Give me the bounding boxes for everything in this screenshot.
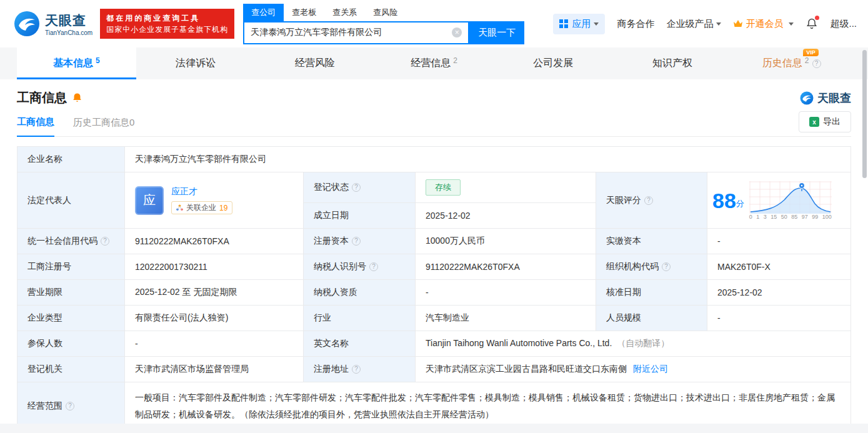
excel-icon (809, 117, 819, 127)
tab-company-development[interactable]: 公司发展 (494, 47, 613, 79)
vip-badge: VIP (803, 49, 819, 56)
user-name[interactable]: 超级... (830, 18, 857, 30)
value-registered-address: 天津市武清区京滨工业园古昌路和民旺道交口东南侧附近公司 (416, 357, 851, 382)
search-tab-company[interactable]: 查公司 (243, 4, 284, 21)
subtab-history-business-registration[interactable]: 历史工商信息0 (73, 117, 134, 136)
label-tianyan-score-text: 天眼评分 (606, 195, 641, 205)
search-button[interactable]: 天眼一下 (469, 21, 524, 44)
label-taxpayer-id: 纳税人识别号 (304, 254, 416, 280)
legal-rep-avatar[interactable]: 应 (135, 186, 164, 215)
tab-business-info-label: 经营信息 (411, 57, 451, 70)
top-header: 天眼查 TianYanCha.com 都在用的商业查询工具 国家中小企业发展子基… (0, 0, 868, 47)
label-registration-status-text: 登记状态 (314, 182, 349, 192)
logo-subtitle: TianYanCha.com (45, 29, 92, 36)
value-tianyan-score: 88 分 (707, 172, 851, 229)
top-nav: 应用 商务合作 企业级产品 开通会员 超级... (553, 14, 857, 34)
tab-legal-proceedings[interactable]: 法律诉讼 (136, 47, 256, 79)
label-approval-date: 核准日期 (596, 280, 707, 306)
row-legal-rep: 法定代表人 应 应正才 关联企业 19 (17, 172, 851, 203)
value-paid-capital: - (707, 229, 851, 254)
search-input[interactable] (251, 27, 452, 37)
score-unit: 分 (736, 198, 744, 211)
watermark-logo: 天眼查 (800, 91, 851, 106)
value-business-term: 2025-12-02 至 无固定期限 (125, 280, 304, 306)
registered-address-text: 天津市武清区京滨工业园古昌路和民旺道交口东南侧 (426, 364, 627, 374)
nav-open-vip[interactable]: 开通会员 (733, 18, 794, 30)
help-icon[interactable] (662, 262, 671, 271)
help-icon[interactable] (66, 402, 74, 411)
search-tab-relation[interactable]: 查关系 (324, 4, 365, 21)
label-registration-number: 工商注册号 (17, 254, 125, 280)
apps-menu-button[interactable]: 应用 (553, 14, 605, 34)
help-icon[interactable] (812, 59, 821, 68)
tab-operational-risk-label: 经营风险 (295, 57, 335, 70)
subtab-business-registration[interactable]: 工商信息 (17, 116, 54, 137)
help-icon[interactable] (369, 262, 378, 271)
apps-grid-icon (559, 19, 568, 28)
subtab-row: 工商信息 历史工商信息0 导出 (17, 116, 851, 137)
label-industry: 行业 (304, 306, 416, 331)
label-taxpayer-id-text: 纳税人识别号 (314, 261, 366, 271)
row-business-scope: 经营范围 一般项目：汽车零部件及配件制造；汽车零部件研发；汽车零配件批发；汽车零… (17, 382, 851, 424)
value-english-name: Tianjin Taihong Wanli Automotive Parts C… (416, 331, 851, 357)
label-business-scope: 经营范围 (17, 382, 125, 424)
help-icon[interactable] (352, 183, 361, 192)
value-industry: 汽车制造业 (416, 306, 596, 331)
label-registered-capital-text: 注册资本 (314, 236, 349, 246)
nav-enterprise-products[interactable]: 企业级产品 (666, 18, 721, 30)
label-company-name: 企业名称 (17, 147, 125, 172)
help-icon[interactable] (352, 365, 361, 374)
slogan-line2: 国家中小企业发展子基金旗下机构 (106, 24, 228, 35)
label-tianyan-score: 天眼评分 (596, 172, 707, 229)
help-icon[interactable] (644, 196, 653, 205)
nearby-companies-link[interactable]: 附近公司 (633, 364, 668, 374)
help-icon[interactable] (352, 237, 361, 246)
tab-basic-info[interactable]: 基本信息 5 (17, 47, 136, 79)
value-registration-authority: 天津市武清区市场监督管理局 (125, 357, 304, 382)
slogan-line1: 都在用的商业查询工具 (106, 12, 228, 24)
label-registered-capital: 注册资本 (304, 229, 416, 254)
notification-red-dot (815, 16, 819, 20)
search-tab-risk[interactable]: 查风险 (365, 4, 406, 21)
page: 天眼查 TianYanCha.com 都在用的商业查询工具 国家中小企业发展子基… (0, 0, 868, 433)
export-button[interactable]: 导出 (799, 111, 851, 132)
auto-translate-note: （自动翻译） (617, 338, 669, 348)
tab-basic-info-count: 5 (96, 56, 100, 65)
label-org-code: 组织机构代码 (596, 254, 707, 280)
clear-search-icon[interactable] (452, 27, 462, 37)
notification-bell-button[interactable] (806, 17, 818, 30)
tab-business-info[interactable]: 经营信息 2 (374, 47, 494, 79)
section-title: 工商信息 (17, 89, 67, 106)
logo-title: 天眼查 (45, 12, 92, 29)
monitor-bell-icon[interactable] (72, 92, 82, 103)
label-registered-address: 注册地址 (304, 357, 416, 382)
value-business-scope: 一般项目：汽车零部件及配件制造；汽车零部件研发；汽车零配件批发；汽车零配件零售；… (125, 382, 851, 424)
value-company-name: 天津泰鸿万立汽车零部件有限公司 (125, 147, 851, 172)
related-companies-label: 关联企业 (186, 202, 216, 213)
tab-operational-risk[interactable]: 经营风险 (255, 47, 374, 79)
section-head: 工商信息 天眼查 (17, 89, 851, 106)
nav-business-coop[interactable]: 商务合作 (617, 18, 654, 30)
chevron-down-icon (594, 22, 599, 26)
legal-rep-name-link[interactable]: 应正才 (171, 186, 232, 197)
row-insured-count: 参保人数 - 英文名称 Tianjin Taihong Wanli Automo… (17, 331, 851, 357)
search-box (243, 21, 469, 44)
tab-history-info[interactable]: 历史信息 VIP 2 (732, 47, 851, 79)
related-companies-badge[interactable]: 关联企业 19 (171, 201, 232, 214)
score-chart: 0131550859799100 (749, 181, 832, 220)
export-button-label: 导出 (823, 116, 841, 127)
label-registration-authority: 登记机关 (17, 357, 125, 382)
value-registered-capital: 10000万人民币 (416, 229, 596, 254)
label-staff-size: 人员规模 (596, 306, 707, 331)
label-credit-code: 统一社会信用代码 (17, 229, 125, 254)
label-org-code-text: 组织机构代码 (606, 261, 659, 271)
tab-intellectual-property[interactable]: 知识产权 (613, 47, 732, 79)
search-tab-boss[interactable]: 查老板 (284, 4, 324, 21)
status-badge: 存续 (426, 179, 461, 196)
value-taxpayer-id: 91120222MAK26T0FXA (416, 254, 596, 280)
label-paid-capital: 实缴资本 (596, 229, 707, 254)
tianyancha-logo[interactable]: 天眼查 TianYanCha.com (14, 11, 92, 37)
scrollbar[interactable] (862, 50, 867, 178)
watermark-logo-icon (800, 91, 814, 105)
help-icon[interactable] (101, 237, 109, 246)
